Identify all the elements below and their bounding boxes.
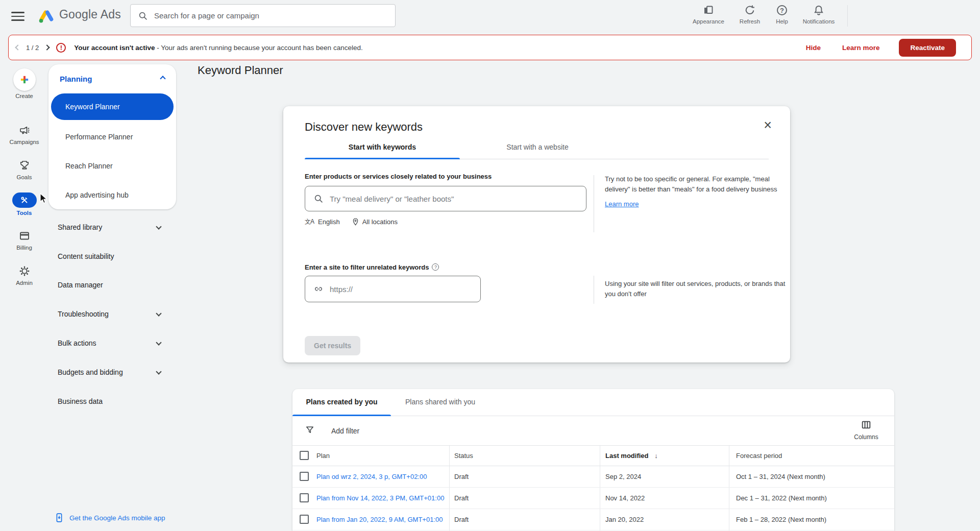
columns-button[interactable]: Columns bbox=[847, 419, 885, 441]
chevron-down-icon bbox=[156, 310, 161, 316]
megaphone-icon bbox=[0, 124, 48, 137]
sidebar-item-content-suitability[interactable]: Content suitability bbox=[48, 252, 176, 263]
sidebar-item-app-advertising-hub[interactable]: App advertising hub bbox=[65, 191, 129, 199]
plan-forecast-period: Feb 1 – 28, 2022 (Next month) bbox=[736, 516, 826, 523]
column-header-status[interactable]: Status bbox=[454, 452, 473, 460]
hide-button[interactable]: Hide bbox=[806, 44, 821, 52]
keywords-input-label: Enter products or services closely relat… bbox=[305, 173, 492, 180]
chevron-up-icon[interactable] bbox=[160, 76, 165, 81]
product-name: Google Ads bbox=[59, 8, 121, 21]
active-tab-indicator bbox=[305, 158, 460, 159]
banner-pagination: 1 / 2 bbox=[26, 44, 39, 52]
help-button[interactable]: ? Help bbox=[762, 4, 802, 25]
plan-forecast-period: Oct 1 – 31, 2024 (Next month) bbox=[736, 473, 825, 480]
topbar-divider bbox=[847, 5, 848, 27]
keywords-input[interactable] bbox=[330, 195, 586, 203]
plan-link[interactable]: Plan from Nov 14, 2022, 3 PM, GMT+01:00 bbox=[316, 494, 444, 502]
chevron-down-icon bbox=[156, 340, 161, 345]
sidebar-item-data-manager[interactable]: Data manager bbox=[48, 280, 176, 292]
table-header-row: Plan Status Last modified ↓ Forecast per… bbox=[292, 446, 894, 466]
notifications-button[interactable]: Notifications bbox=[797, 4, 840, 25]
banner-next-icon[interactable] bbox=[44, 44, 50, 50]
plan-last-modified: Jan 20, 2022 bbox=[605, 516, 644, 523]
rail-item-billing[interactable]: Billing bbox=[0, 229, 48, 251]
tip-learn-more-link[interactable]: Learn more bbox=[605, 199, 639, 209]
planning-section-toggle[interactable]: Planning bbox=[60, 75, 92, 83]
sidebar-item-bulk-actions[interactable]: Bulk actions bbox=[48, 339, 176, 350]
rail-item-campaigns[interactable]: Campaigns bbox=[0, 124, 48, 145]
rail-item-admin[interactable]: Admin bbox=[0, 264, 48, 286]
reactivate-button[interactable]: Reactivate bbox=[899, 39, 956, 57]
add-filter-button[interactable]: Add filter bbox=[331, 427, 359, 435]
site-tip: Using your site will filter out services… bbox=[605, 279, 793, 299]
plan-link[interactable]: Plan od wrz 2, 2024, 3 p, GMT+02:00 bbox=[316, 473, 427, 480]
row-checkbox[interactable] bbox=[300, 515, 309, 524]
close-icon[interactable]: × bbox=[764, 118, 772, 132]
banner-title: Your account isn't active bbox=[74, 44, 155, 52]
select-all-checkbox[interactable] bbox=[300, 451, 309, 460]
plan-last-modified: Nov 14, 2022 bbox=[605, 494, 645, 502]
search-icon bbox=[138, 11, 148, 21]
get-results-button[interactable]: Get results bbox=[305, 336, 360, 355]
site-input-box[interactable] bbox=[305, 276, 481, 302]
tip-divider bbox=[594, 276, 594, 304]
rail-item-create[interactable]: Create bbox=[0, 68, 48, 99]
bell-icon bbox=[797, 4, 840, 17]
discover-new-keywords-dialog: Discover new keywords × Start with keywo… bbox=[283, 106, 790, 363]
sidebar-item-budgets-and-bidding[interactable]: Budgets and bidding bbox=[48, 368, 176, 379]
hamburger-menu-icon[interactable] bbox=[11, 9, 24, 21]
column-header-last-modified[interactable]: Last modified ↓ bbox=[605, 452, 658, 460]
row-checkbox[interactable] bbox=[300, 493, 309, 502]
sidebar-item-troubleshooting[interactable]: Troubleshooting bbox=[48, 309, 176, 321]
table-row[interactable]: Plan from Nov 14, 2022, 3 PM, GMT+01:00 … bbox=[292, 488, 894, 509]
mobile-app-link[interactable]: Get the Google Ads mobile app bbox=[54, 512, 165, 523]
banner-message: Your account isn't active - Your ads are… bbox=[74, 44, 362, 52]
chevron-down-icon bbox=[156, 369, 161, 374]
translate-icon: 文A bbox=[305, 218, 314, 226]
google-ads-logo-icon bbox=[38, 7, 55, 25]
tab-start-with-keywords[interactable]: Start with keywords bbox=[305, 143, 460, 151]
tip-divider bbox=[594, 175, 594, 232]
sidebar-item-performance-planner[interactable]: Performance Planner bbox=[65, 133, 133, 141]
tools-icon bbox=[12, 192, 37, 208]
help-icon: ? bbox=[762, 4, 802, 17]
global-search-input[interactable] bbox=[154, 11, 395, 20]
account-alert-banner: 1 / 2 ! Your account isn't active - Your… bbox=[8, 35, 972, 60]
appearance-icon bbox=[687, 4, 730, 17]
sidebar-item-reach-planner[interactable]: Reach Planner bbox=[65, 162, 113, 170]
table-row[interactable]: Plan from Jan 20, 2022, 9 AM, GMT+01:00 … bbox=[292, 509, 894, 530]
plan-link[interactable]: Plan from Jan 20, 2022, 9 AM, GMT+01:00 bbox=[316, 516, 443, 523]
table-row[interactable]: Plan od wrz 2, 2024, 3 p, GMT+02:00 Draf… bbox=[292, 466, 894, 488]
appearance-button[interactable]: Appearance bbox=[687, 4, 730, 25]
column-header-plan[interactable]: Plan bbox=[316, 452, 330, 460]
link-icon bbox=[313, 284, 324, 294]
help-circle-icon[interactable]: ? bbox=[432, 263, 439, 271]
locations-selector[interactable]: All locations bbox=[362, 218, 398, 226]
tab-plans-created-by-you[interactable]: Plans created by you bbox=[292, 398, 391, 406]
location-pin-icon bbox=[351, 218, 360, 226]
column-header-forecast-period[interactable]: Forecast period bbox=[736, 452, 782, 460]
site-input[interactable] bbox=[330, 285, 480, 294]
planning-panel: Planning Keyword Planner Performance Pla… bbox=[48, 64, 176, 209]
sidebar-item-business-data[interactable]: Business data bbox=[48, 397, 176, 408]
create-plus-icon bbox=[13, 68, 36, 91]
learn-more-button[interactable]: Learn more bbox=[842, 44, 880, 52]
filter-icon[interactable] bbox=[305, 425, 315, 435]
search-icon bbox=[313, 194, 324, 204]
sidebar-item-keyword-planner[interactable]: Keyword Planner bbox=[51, 93, 174, 120]
phone-download-icon bbox=[54, 512, 64, 523]
chevron-down-icon bbox=[156, 224, 161, 229]
row-checkbox[interactable] bbox=[300, 472, 309, 481]
tab-plans-shared-with-you[interactable]: Plans shared with you bbox=[391, 398, 489, 406]
rail-item-goals[interactable]: Goals bbox=[0, 159, 48, 180]
plan-status: Draft bbox=[454, 516, 469, 523]
keywords-input-box[interactable] bbox=[305, 186, 586, 211]
language-selector[interactable]: English bbox=[318, 218, 340, 226]
sidebar-item-shared-library[interactable]: Shared library bbox=[48, 223, 176, 234]
page-title: Keyword Planner bbox=[198, 64, 283, 77]
tab-start-with-a-website[interactable]: Start with a website bbox=[460, 143, 615, 151]
mouse-cursor bbox=[39, 193, 49, 204]
top-app-bar: Google Ads Appearance Refresh ? Help Not… bbox=[0, 0, 980, 31]
global-search[interactable] bbox=[130, 4, 396, 27]
banner-prev-icon[interactable] bbox=[15, 44, 20, 50]
